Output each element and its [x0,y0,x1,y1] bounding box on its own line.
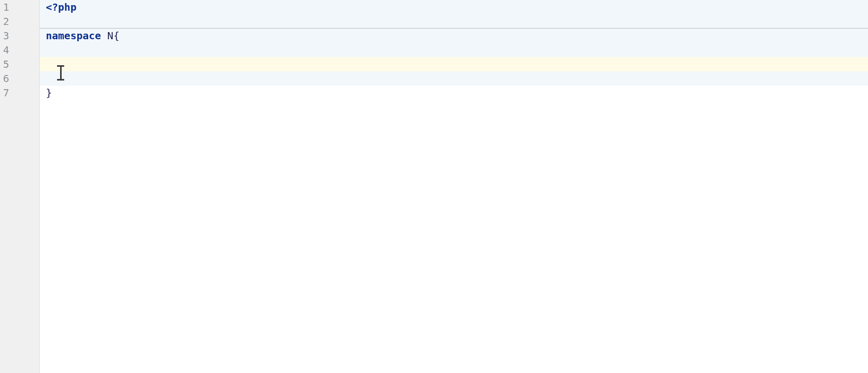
code-area[interactable]: <?php namespace N{ } [40,0,868,373]
line-number: 7 [0,86,39,100]
code-line[interactable]: } [40,86,868,100]
space [101,30,107,42]
line-number: 1 [0,0,39,14]
line-number: 4 [0,43,39,57]
code-line-current[interactable] [40,57,868,71]
line-number: 2 [0,14,39,29]
code-line[interactable] [40,43,868,57]
line-number: 6 [0,71,39,86]
php-open-tag: <?php [46,1,76,13]
namespace-name: N [107,30,113,42]
code-line[interactable]: namespace N{ [40,29,868,43]
code-editor[interactable]: 1 2 3 4 5 6 7 <?php namespace N{ } [0,0,868,373]
code-line[interactable] [40,14,868,29]
code-line[interactable] [40,71,868,86]
open-brace: { [113,30,119,42]
line-number: 3 [0,29,39,43]
line-number-gutter: 1 2 3 4 5 6 7 [0,0,40,373]
code-line[interactable]: <?php [40,0,868,14]
line-number: 5 [0,57,39,71]
keyword-namespace: namespace [46,30,101,42]
close-brace: } [46,87,52,99]
